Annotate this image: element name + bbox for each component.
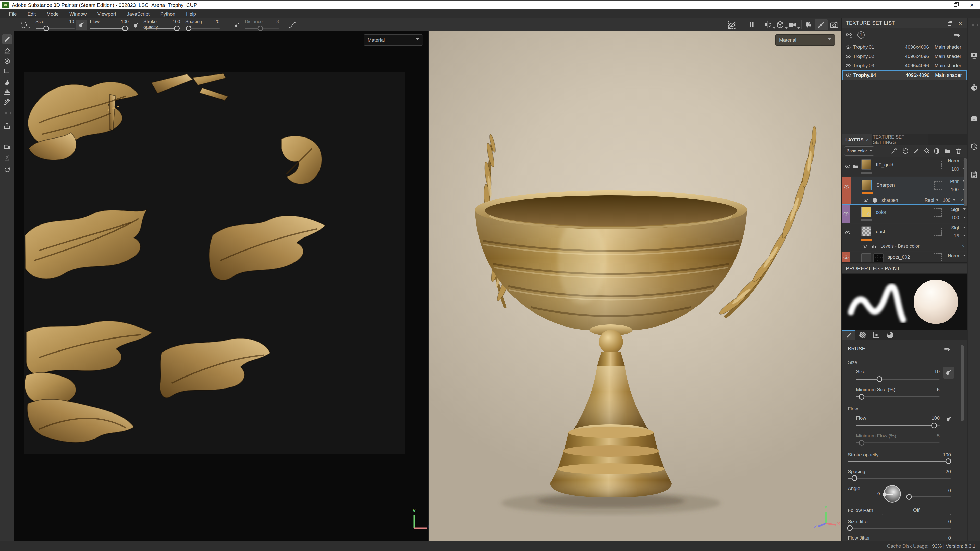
symmetry-splat-icon[interactable] (804, 21, 813, 29)
spacing-slider[interactable] (848, 478, 951, 478)
add-smart-material-icon[interactable] (923, 148, 930, 155)
effect-opacity[interactable]: 100 (943, 198, 950, 203)
layers-scrollbar[interactable] (964, 158, 967, 206)
blend-mode[interactable]: Norm (948, 253, 959, 259)
uv-canvas[interactable] (24, 72, 405, 454)
menu-mode[interactable]: Mode (41, 11, 64, 17)
blend-mode[interactable]: Norm (948, 159, 959, 164)
log-panel-icon[interactable] (969, 170, 979, 180)
polygon-fill-tool[interactable] (2, 67, 12, 77)
eye-icon[interactable] (843, 254, 850, 260)
tab-stencil[interactable] (870, 330, 883, 340)
stroke-opacity-slider[interactable] (848, 461, 951, 462)
layer-thumbnail[interactable] (861, 226, 871, 237)
flow-pressure-icon[interactable] (132, 21, 140, 30)
eye-icon[interactable] (843, 210, 850, 217)
blend-mode[interactable]: Slgt (951, 225, 959, 230)
layer-row-spots[interactable]: spots_002 Norm (842, 252, 968, 263)
layer-thumbnail[interactable] (861, 159, 871, 170)
properties-scrollbar[interactable] (961, 345, 964, 421)
mask-placeholder[interactable] (934, 228, 942, 236)
channel-filter-dropdown[interactable]: Base color (844, 146, 874, 156)
add-paint-layer-icon[interactable] (913, 148, 920, 155)
brush-menu-icon[interactable] (943, 345, 951, 353)
texture-set-visibility-icon[interactable] (845, 32, 853, 39)
texture-set-row[interactable]: Trophy.03 4096x4096 Main shader (842, 61, 967, 70)
display-settings-icon[interactable] (969, 51, 979, 61)
menu-viewport[interactable]: Viewport (92, 11, 121, 17)
mask-thumbnail[interactable] (861, 253, 871, 263)
size-pressure-toggle[interactable] (943, 367, 955, 379)
tab-close-icon[interactable]: × (866, 137, 869, 143)
solo-material-icon[interactable]: 1 (858, 32, 865, 38)
flow-pressure-icon[interactable] (945, 416, 953, 423)
angle-dial[interactable] (883, 485, 901, 503)
menu-window[interactable]: Window (64, 11, 92, 17)
layer-opacity[interactable]: 100 (951, 187, 959, 192)
delete-layer-icon[interactable] (955, 148, 962, 155)
add-folder-icon[interactable] (944, 148, 951, 155)
texture-set-filter-icon[interactable] (953, 31, 961, 38)
eye-icon[interactable] (862, 243, 868, 249)
eye-icon[interactable] (844, 229, 851, 236)
minimize-button[interactable] (931, 1, 947, 9)
mask-placeholder[interactable] (934, 181, 942, 189)
blend-mode[interactable]: Slgt (951, 207, 959, 212)
paint-tool[interactable] (2, 34, 12, 44)
layer-thumbnail[interactable] (873, 253, 883, 263)
add-fill-layer-icon[interactable] (902, 148, 909, 155)
remove-effect-icon[interactable]: × (961, 243, 964, 248)
brush-preview-circle-icon[interactable] (19, 21, 28, 29)
mask-placeholder[interactable] (934, 208, 942, 217)
layer-row-dust[interactable]: dust Slgt 15 Levels - Base color × (842, 224, 968, 251)
float-panel-icon[interactable] (947, 20, 953, 27)
projection-tool[interactable] (2, 56, 12, 66)
2d-material-mode-dropdown[interactable]: Material (364, 35, 423, 46)
eye-icon[interactable] (843, 183, 850, 190)
remove-effect-icon[interactable]: × (961, 197, 964, 203)
menu-file[interactable]: File (3, 11, 22, 17)
shader-settings-icon[interactable] (969, 83, 979, 93)
eye-icon[interactable] (844, 163, 851, 170)
follow-path-toggle[interactable]: Off (882, 506, 951, 515)
size-slider[interactable] (856, 379, 940, 380)
tab-layers[interactable]: LAYERS× (842, 135, 872, 145)
size-slider[interactable] (36, 28, 75, 29)
bake-mesh-maps-button[interactable] (2, 141, 12, 151)
menu-help[interactable]: Help (181, 11, 201, 17)
clone-stamp-tool[interactable] (2, 87, 12, 97)
3d-material-mode-dropdown[interactable]: Material (775, 35, 835, 46)
close-panel-icon[interactable]: × (957, 20, 964, 27)
tab-brush[interactable] (842, 330, 856, 340)
layer-opacity[interactable]: 100 (951, 215, 959, 221)
layer-thumbnail[interactable] (862, 180, 872, 190)
eye-icon[interactable] (845, 44, 851, 51)
flow-slider[interactable] (856, 425, 940, 426)
texture-set-panel-icon[interactable] (969, 114, 979, 124)
mask-placeholder[interactable] (934, 253, 942, 262)
layer-opacity[interactable]: 100 (951, 167, 959, 172)
texture-set-row[interactable]: Trophy.01 4096x4096 Main shader (842, 43, 967, 52)
size-jitter-slider[interactable] (848, 527, 951, 529)
eye-icon[interactable] (862, 197, 869, 203)
menu-python[interactable]: Python (155, 11, 181, 17)
eye-icon[interactable] (845, 53, 851, 60)
viewport-2d[interactable]: Material V U (14, 31, 429, 541)
menu-edit[interactable]: Edit (22, 11, 41, 17)
texture-set-row[interactable]: Trophy.02 4096x4096 Main shader (842, 52, 967, 61)
min-size-slider[interactable] (856, 396, 940, 397)
eye-icon[interactable] (845, 72, 852, 79)
hide-stencil-icon[interactable] (728, 21, 737, 29)
split-view-icon[interactable] (764, 21, 772, 29)
camera-view-icon[interactable] (788, 21, 797, 29)
layer-row-color[interactable]: color Slgt 100 (842, 205, 968, 223)
menu-javascript[interactable]: JavaScript (121, 11, 155, 17)
texture-set-row-selected[interactable]: Trophy.04 4096x4096 Main shader (842, 70, 967, 80)
angle-slider[interactable] (907, 496, 951, 497)
effect-blend[interactable]: Repl (924, 198, 934, 203)
effect-row-levels[interactable]: Levels - Base color × (842, 241, 968, 250)
layer-row-sharpen[interactable]: Sharpen Pthr 100 sharpen Repl 100 × (842, 177, 968, 205)
close-button[interactable]: × (964, 1, 980, 9)
mask-placeholder[interactable] (934, 161, 942, 169)
viewport-3d[interactable]: Material Y X Z (429, 31, 841, 541)
